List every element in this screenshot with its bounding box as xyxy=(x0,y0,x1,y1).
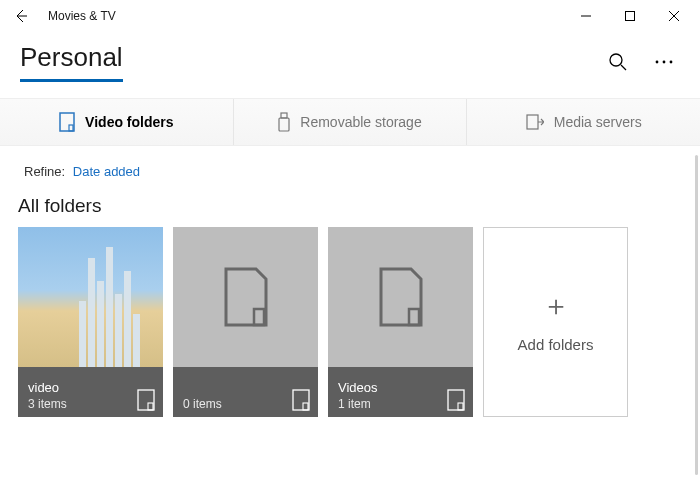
folder-glyph-icon xyxy=(447,389,465,411)
scrollbar[interactable] xyxy=(695,155,698,475)
refine-row: Refine: Date added xyxy=(0,146,700,179)
folder-name: video xyxy=(28,380,67,395)
folder-glyph-icon xyxy=(292,389,310,411)
section-title: All folders xyxy=(0,179,700,227)
more-button[interactable] xyxy=(648,46,680,78)
folder-icon xyxy=(59,112,75,132)
minimize-icon xyxy=(581,11,591,21)
svg-rect-14 xyxy=(303,403,308,410)
folder-tile[interactable]: 0 items xyxy=(173,227,318,417)
folder-glyph-icon xyxy=(137,389,155,411)
close-button[interactable] xyxy=(652,0,696,32)
add-folders-label: Add folders xyxy=(518,336,594,353)
svg-rect-6 xyxy=(69,125,73,131)
tab-removable-storage[interactable]: Removable storage xyxy=(234,99,468,145)
svg-point-2 xyxy=(656,61,659,64)
arrow-left-icon xyxy=(13,8,29,24)
svg-rect-8 xyxy=(279,118,289,131)
add-folders-tile[interactable]: ＋ Add folders xyxy=(483,227,628,417)
tab-label: Removable storage xyxy=(300,114,421,130)
folder-count: 1 item xyxy=(338,397,378,411)
tab-video-folders[interactable]: Video folders xyxy=(0,99,234,145)
svg-rect-15 xyxy=(409,309,419,325)
svg-rect-10 xyxy=(138,390,154,410)
folder-tile[interactable]: video 3 items xyxy=(18,227,163,417)
document-icon xyxy=(222,267,270,327)
header-actions xyxy=(602,46,680,78)
folder-footer: video 3 items xyxy=(18,367,163,417)
folder-count: 0 items xyxy=(183,397,222,411)
refine-dropdown[interactable]: Date added xyxy=(73,164,140,179)
svg-rect-16 xyxy=(448,390,464,410)
svg-rect-5 xyxy=(60,113,74,131)
svg-point-1 xyxy=(610,54,622,66)
folder-footer: 0 items xyxy=(173,367,318,417)
folder-tile[interactable]: Videos 1 item xyxy=(328,227,473,417)
ellipsis-icon xyxy=(655,60,673,64)
page-header: Personal xyxy=(0,32,700,82)
title-bar: Movies & TV xyxy=(0,0,700,32)
app-title: Movies & TV xyxy=(38,9,116,23)
svg-rect-7 xyxy=(281,113,287,118)
tab-media-servers[interactable]: Media servers xyxy=(467,99,700,145)
search-icon xyxy=(608,52,628,72)
maximize-button[interactable] xyxy=(608,0,652,32)
plus-icon: ＋ xyxy=(542,292,570,320)
svg-rect-12 xyxy=(254,309,264,325)
svg-point-4 xyxy=(670,61,673,64)
svg-point-3 xyxy=(663,61,666,64)
svg-rect-13 xyxy=(293,390,309,410)
back-button[interactable] xyxy=(4,0,38,32)
folder-count: 3 items xyxy=(28,397,67,411)
svg-rect-0 xyxy=(626,12,635,21)
folder-thumbnail xyxy=(328,227,473,367)
svg-rect-9 xyxy=(527,115,538,129)
window-controls xyxy=(564,0,696,32)
tab-bar: Video folders Removable storage Media se… xyxy=(0,98,700,146)
usb-icon xyxy=(278,112,290,132)
minimize-button[interactable] xyxy=(564,0,608,32)
tab-label: Video folders xyxy=(85,114,173,130)
search-button[interactable] xyxy=(602,46,634,78)
folder-thumbnail xyxy=(173,227,318,367)
maximize-icon xyxy=(625,11,635,21)
svg-rect-17 xyxy=(458,403,463,410)
svg-rect-11 xyxy=(148,403,153,410)
refine-label: Refine: xyxy=(24,164,65,179)
folder-tiles: video 3 items 0 items Vid xyxy=(0,227,700,417)
folder-name: Videos xyxy=(338,380,378,395)
folder-thumbnail xyxy=(18,227,163,367)
document-icon xyxy=(377,267,425,327)
page-title: Personal xyxy=(20,42,123,82)
tab-label: Media servers xyxy=(554,114,642,130)
server-icon xyxy=(526,113,544,131)
folder-footer: Videos 1 item xyxy=(328,367,473,417)
close-icon xyxy=(669,11,679,21)
